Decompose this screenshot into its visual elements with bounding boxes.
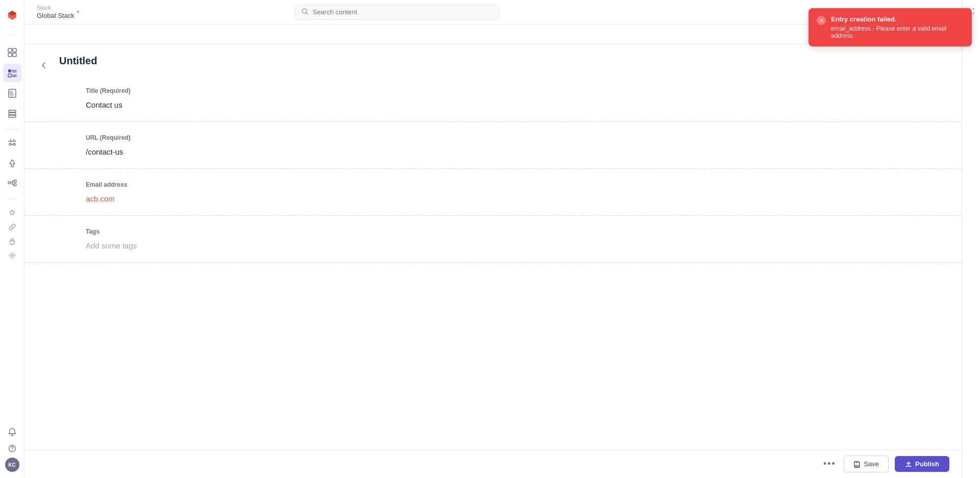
field-tags-input[interactable]: Add some tags	[86, 241, 900, 250]
search-input[interactable]	[312, 8, 493, 16]
field-tags-label: Tags	[86, 228, 900, 235]
toast-message: email_address - Please enter a valid ema…	[831, 25, 964, 39]
back-button[interactable]	[37, 58, 51, 72]
app-logo[interactable]	[3, 6, 21, 24]
content-body: Untitled Title (Required) Contact us URL…	[24, 49, 962, 478]
toast-close-button[interactable]: ✕	[817, 16, 826, 25]
field-url: URL (Required) /contact-us	[24, 122, 962, 169]
toast-title: Entry creation failed.	[831, 15, 964, 23]
stack-sub: Global Stack	[37, 12, 75, 19]
sidebar-item-entries[interactable]	[3, 64, 21, 82]
svg-rect-21	[14, 180, 16, 182]
more-options-button[interactable]: •••	[821, 456, 838, 472]
save-button[interactable]: Save	[844, 456, 889, 472]
error-toast: ✕ Entry creation failed. email_address -…	[808, 8, 972, 46]
sidebar-notifications[interactable]	[5, 425, 19, 439]
field-email: Email address acb.com	[24, 169, 962, 216]
stack-selector[interactable]: Stack Global Stack ▾	[33, 3, 84, 21]
field-email-value[interactable]: acb.com	[86, 194, 900, 203]
sidebar-divider-1	[6, 35, 18, 35]
svg-point-26	[12, 450, 12, 450]
search-icon	[302, 8, 308, 16]
bottom-bar: ••• Save Publish	[24, 449, 962, 478]
sidebar-item-workflows[interactable]	[3, 174, 21, 193]
entry-title: Untitled	[59, 55, 97, 75]
toast-content: Entry creation failed. email_address - P…	[831, 15, 964, 39]
svg-rect-11	[10, 91, 12, 93]
sidebar-item-settings[interactable]	[5, 248, 19, 263]
field-email-label: Email address	[86, 181, 900, 188]
publish-label: Publish	[915, 460, 939, 468]
svg-rect-0	[8, 48, 12, 52]
sidebar-divider-3	[6, 199, 18, 199]
svg-rect-34	[856, 462, 858, 463]
svg-rect-14	[9, 110, 16, 112]
sidebar-bottom: KC	[5, 425, 19, 472]
sidebar-divider-2	[6, 129, 18, 130]
svg-rect-4	[8, 69, 11, 72]
save-label: Save	[864, 460, 879, 468]
svg-point-24	[11, 255, 13, 257]
svg-rect-22	[14, 184, 16, 186]
sidebar-item-marketplace[interactable]	[3, 134, 21, 152]
svg-rect-23	[10, 241, 14, 244]
svg-rect-1	[13, 48, 16, 52]
sidebar-item-favorites[interactable]	[5, 206, 19, 220]
field-url-label: URL (Required)	[86, 134, 900, 141]
sidebar-help[interactable]	[5, 441, 19, 456]
svg-rect-3	[13, 53, 16, 57]
field-title-label: Title (Required)	[86, 87, 900, 94]
sidebar-item-link[interactable]	[5, 220, 19, 234]
left-sidebar: KC	[0, 0, 24, 478]
field-title: Title (Required) Contact us	[24, 75, 962, 122]
sidebar-item-stack[interactable]	[3, 105, 21, 123]
svg-point-18	[13, 143, 15, 145]
search-bar	[295, 5, 499, 20]
svg-point-17	[9, 143, 11, 145]
field-title-value[interactable]: Contact us	[86, 100, 900, 109]
sidebar-item-assets[interactable]	[3, 84, 21, 103]
svg-rect-2	[8, 53, 12, 57]
stack-label: Stack	[37, 5, 75, 11]
sidebar-item-deploy[interactable]	[3, 154, 21, 172]
svg-rect-16	[9, 115, 16, 117]
right-sidebar	[962, 0, 980, 478]
svg-line-28	[306, 13, 308, 14]
user-avatar[interactable]: KC	[5, 458, 19, 472]
entry-title-area: Untitled	[24, 49, 962, 75]
svg-rect-7	[8, 74, 11, 77]
svg-rect-33	[856, 465, 859, 467]
publish-button[interactable]: Publish	[895, 456, 949, 472]
field-url-value[interactable]: /contact-us	[86, 147, 900, 156]
sidebar-item-dashboard[interactable]	[3, 43, 21, 62]
toast-close-icon: ✕	[819, 17, 824, 24]
field-tags: Tags Add some tags	[24, 216, 962, 263]
svg-rect-15	[9, 113, 16, 115]
stack-arrow-icon: ▾	[77, 9, 80, 15]
svg-rect-20	[8, 182, 11, 184]
sidebar-item-lock[interactable]	[5, 234, 19, 248]
